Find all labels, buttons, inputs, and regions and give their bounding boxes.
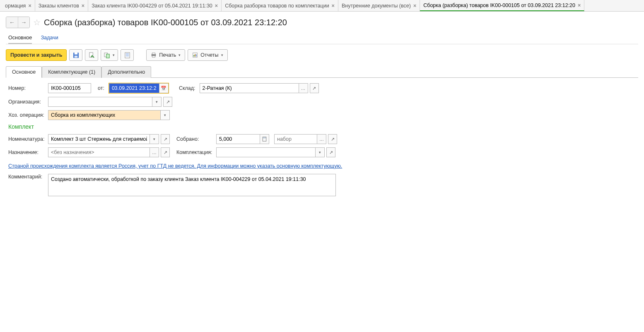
dropdown-button[interactable]: ▾: [316, 147, 325, 157]
date-field[interactable]: [109, 83, 159, 93]
select-button[interactable]: …: [317, 134, 326, 144]
printer-icon: [151, 52, 157, 58]
app-tab-label: ормация: [5, 3, 26, 9]
svg-rect-18: [263, 137, 266, 139]
dropdown-button[interactable]: ▾: [152, 97, 162, 107]
app-tab[interactable]: Заказ клиента IK00-004229 от 05.04.2021 …: [88, 0, 222, 11]
open-button[interactable]: ↗: [163, 97, 172, 107]
close-icon[interactable]: ×: [413, 3, 416, 9]
print-label: Печать: [159, 52, 176, 58]
label-org: Организация:: [8, 99, 46, 105]
info-link[interactable]: Страной происхождения комплекта является…: [8, 163, 342, 169]
calculator-icon: [262, 137, 267, 142]
reports-button[interactable]: Отчеты ▾: [188, 49, 227, 61]
tab-extra[interactable]: Дополнительно: [101, 66, 151, 78]
select-button[interactable]: …: [150, 147, 159, 157]
org-field[interactable]: [48, 97, 152, 107]
open-button[interactable]: ↗: [310, 83, 319, 93]
open-button[interactable]: ↗: [328, 134, 337, 144]
form-body: Номер: от: 📅 Склад: … ↗ Организация: ▾ ↗…: [0, 78, 644, 204]
app-tab[interactable]: ормация×: [2, 0, 35, 11]
svg-rect-12: [152, 56, 155, 58]
post-button[interactable]: [85, 49, 98, 61]
nav-forward-button[interactable]: →: [18, 17, 29, 28]
based-on-icon: [104, 52, 110, 58]
app-tab-label: Сборка разборка товаров по комплектации: [225, 3, 329, 9]
section-main[interactable]: Основное: [8, 32, 32, 44]
chevron-down-icon: ▾: [178, 53, 181, 57]
doc-header: ← → ☆ Сборка (разборка) товаров IK00-000…: [0, 12, 644, 31]
date-field-highlight: 📅: [109, 83, 169, 94]
close-icon[interactable]: ×: [215, 3, 218, 9]
print-button[interactable]: Печать ▾: [146, 49, 185, 61]
label-assembled: Собрано:: [176, 136, 212, 142]
row-nomen-assembled: Номенклатура: ▾ ↗ Собрано: … ↗: [8, 134, 636, 144]
app-tab[interactable]: Сборка разборка товаров по комплектации×: [222, 0, 338, 11]
row-oper: Хоз. операция: ▾: [8, 110, 636, 120]
close-icon[interactable]: ×: [332, 3, 335, 9]
calendar-icon[interactable]: 📅: [159, 83, 169, 93]
nav-buttons: ← →: [6, 17, 30, 28]
close-icon[interactable]: ×: [28, 3, 31, 9]
app-tab-label: Сборка (разборка) товаров IK00-000105 от…: [423, 2, 575, 8]
chevron-down-icon: ▾: [113, 53, 115, 57]
svg-rect-16: [196, 54, 197, 56]
save-button[interactable]: [69, 49, 82, 61]
favorite-star-icon[interactable]: ☆: [33, 17, 41, 27]
app-tab[interactable]: Заказы клиентов×: [35, 0, 88, 11]
complekt-field[interactable]: [216, 147, 316, 157]
row-org: Организация: ▾ ↗: [8, 97, 636, 107]
comment-field[interactable]: [48, 174, 336, 196]
list-button[interactable]: [121, 49, 134, 61]
label-assign: Назначение:: [8, 149, 46, 155]
label-from: от:: [98, 85, 104, 91]
oper-field[interactable]: [48, 110, 161, 120]
label-nomen: Номенклатура:: [8, 136, 46, 142]
tab-main[interactable]: Основное: [6, 66, 42, 78]
post-and-close-button[interactable]: Провести и закрыть: [6, 49, 67, 61]
close-icon[interactable]: ×: [578, 2, 581, 8]
label-comment: Комментарий:: [8, 174, 46, 180]
number-field[interactable]: [48, 83, 91, 93]
toolbar: Провести и закрыть ▾ Печать ▾ Отчеты ▾: [0, 44, 644, 66]
assign-field[interactable]: [48, 147, 150, 157]
label-warehouse: Склад:: [179, 85, 195, 91]
chevron-down-icon: ▾: [156, 100, 158, 104]
open-button[interactable]: ↗: [161, 147, 170, 157]
calc-button[interactable]: [260, 134, 269, 144]
row-assign-complekt: Назначение: … ↗ Комплектация: ▾ ↗: [8, 147, 636, 157]
nav-back-button[interactable]: ←: [6, 17, 18, 28]
app-tab-bar: ормация× Заказы клиентов× Заказ клиента …: [0, 0, 644, 12]
based-on-button[interactable]: ▾: [101, 49, 118, 61]
chevron-down-icon: ▾: [164, 113, 166, 117]
app-tab[interactable]: Внутренние документы (все)×: [338, 0, 420, 11]
chevron-down-icon: ▾: [319, 150, 321, 154]
list-icon: [124, 52, 130, 58]
svg-rect-11: [152, 53, 155, 55]
dropdown-button[interactable]: ▾: [150, 134, 159, 144]
post-icon: [89, 52, 95, 58]
label-number: Номер:: [8, 85, 46, 91]
section-kit-title: Комплект: [8, 123, 636, 130]
section-tasks[interactable]: Задачи: [41, 32, 58, 43]
chevron-down-icon: ▾: [221, 53, 223, 57]
nomen-field[interactable]: [48, 134, 150, 144]
select-button[interactable]: …: [299, 83, 308, 93]
chevron-down-icon: ▾: [153, 137, 155, 141]
dropdown-button[interactable]: ▾: [161, 110, 170, 120]
close-icon[interactable]: ×: [82, 3, 84, 9]
warehouse-field[interactable]: [200, 83, 299, 93]
section-nav: Основное Задачи: [0, 31, 644, 44]
inner-tabs: Основное Комплектующие (1) Дополнительно: [6, 66, 638, 78]
page-title: Сборка (разборка) товаров IK00-000105 от…: [44, 18, 287, 27]
app-tab-active[interactable]: Сборка (разборка) товаров IK00-000105 от…: [420, 0, 584, 11]
tab-components[interactable]: Комплектующие (1): [42, 66, 101, 78]
svg-rect-15: [195, 54, 195, 56]
reports-label: Отчеты: [200, 52, 218, 58]
row-number-date-warehouse: Номер: от: 📅 Склад: … ↗: [8, 83, 636, 94]
unit-field[interactable]: [274, 134, 317, 144]
assembled-field[interactable]: [216, 134, 260, 144]
open-button[interactable]: ↗: [161, 134, 170, 144]
open-button[interactable]: ↗: [326, 147, 335, 157]
svg-rect-6: [125, 52, 130, 58]
